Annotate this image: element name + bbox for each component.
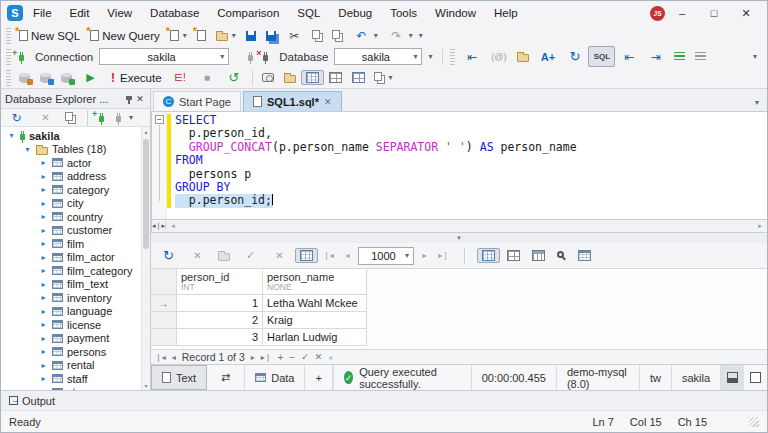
row-indicator[interactable]	[151, 329, 177, 346]
code-line-4[interactable]: FROM	[175, 154, 577, 167]
chevron-expanded-icon[interactable]: ▾	[7, 131, 16, 140]
new-sql-button[interactable]: New SQL	[14, 28, 85, 44]
toolbar-overflow-icon[interactable]: ▾	[419, 31, 423, 40]
stop-button[interactable]: ■	[194, 67, 221, 88]
code-line-6[interactable]: GROUP BY	[175, 181, 577, 194]
refresh-database-button[interactable]	[35, 71, 56, 85]
layout-button[interactable]	[324, 70, 347, 85]
maximize-button[interactable]: □	[699, 4, 729, 22]
toolbar-grip[interactable]	[6, 49, 11, 65]
scroll-left-icon[interactable]: ◂	[166, 222, 180, 230]
results-grid-mode-button[interactable]	[301, 70, 324, 85]
chevron-collapsed-icon[interactable]: ▸	[39, 226, 48, 235]
sql-editor[interactable]: − SELECT p.person_id, GROUP_CONCAT(p.per…	[151, 111, 767, 220]
chevron-collapsed-icon[interactable]: ▸	[39, 361, 48, 370]
chevron-expanded-icon[interactable]: ▾	[23, 145, 32, 154]
new-connection-button[interactable]: +	[14, 51, 29, 63]
delete-object-button[interactable]: ✕	[32, 107, 59, 128]
chevron-collapsed-icon[interactable]: ▸	[39, 185, 48, 194]
code-line-2[interactable]: p.person_id,	[175, 127, 577, 140]
redo-button[interactable]: ↷ ▾	[383, 25, 418, 46]
row-selector-header[interactable]	[151, 269, 177, 295]
save-all-button[interactable]	[261, 29, 281, 43]
card-view-button[interactable]	[502, 248, 525, 263]
split-handle-icon[interactable]: ◂❘▸	[152, 222, 166, 230]
toolbar-grip[interactable]	[6, 28, 11, 44]
toolbar-grip[interactable]	[6, 70, 11, 86]
refresh-explorer-button[interactable]: ↻	[3, 107, 30, 128]
document-options-button[interactable]: ▾	[370, 71, 398, 84]
column-header-person-id[interactable]: person_id INT	[177, 269, 263, 295]
swap-view-button[interactable]: ⇄	[207, 365, 245, 390]
code-line-5[interactable]: persons p	[175, 168, 577, 181]
tree-item-table-film[interactable]: ▸film	[1, 237, 141, 251]
tree-item-table-country[interactable]: ▸country	[1, 210, 141, 224]
chevron-collapsed-icon[interactable]: ▸	[39, 239, 48, 248]
tree-item-table-address[interactable]: ▸address	[1, 170, 141, 184]
reject-changes-button[interactable]: ✕	[266, 245, 293, 266]
sidebar-scrollbar[interactable]: ▴ ▾	[141, 127, 150, 390]
scrollbar-thumb[interactable]	[143, 139, 149, 249]
cell-person-id[interactable]: 3	[177, 329, 263, 346]
open-file-button[interactable]: ▾	[211, 28, 241, 43]
cell-person-name[interactable]: Kraig	[263, 312, 367, 329]
chevron-collapsed-icon[interactable]: ▸	[39, 280, 48, 289]
word-case-button[interactable]: A+	[534, 46, 561, 67]
run-button[interactable]: ▶	[77, 67, 104, 88]
new-file-button[interactable]	[192, 28, 211, 43]
tab-list-dropdown-icon[interactable]: ▾	[755, 98, 767, 111]
tree-item-table-customer[interactable]: ▸customer	[1, 224, 141, 238]
decrease-indent-button[interactable]: ⇤	[615, 46, 642, 67]
chevron-collapsed-icon[interactable]: ▸	[39, 199, 48, 208]
fold-collapse-icon[interactable]: −	[155, 115, 164, 124]
explorer-overflow-icon[interactable]: ▾	[129, 113, 133, 122]
chevron-collapsed-icon[interactable]: ▸	[39, 172, 48, 181]
cell-person-name[interactable]: Harlan Ludwig	[263, 329, 367, 346]
first-record-icon[interactable]: ❘◂	[155, 353, 166, 362]
close-button[interactable]: ✕	[731, 4, 761, 23]
column-visibility-button[interactable]	[527, 248, 550, 263]
tree-item-table-category[interactable]: ▸category	[1, 183, 141, 197]
menu-debug[interactable]: Debug	[330, 4, 380, 22]
close-tab-icon[interactable]: ✕	[324, 97, 332, 107]
tree-item-table-rental[interactable]: ▸rental	[1, 359, 141, 373]
new-query-button[interactable]: New Query	[85, 28, 165, 44]
output-panel-bar[interactable]: Output	[1, 390, 767, 410]
new-connection-button[interactable]: +	[94, 112, 109, 124]
find-in-grid-button[interactable]	[552, 251, 571, 260]
chevron-collapsed-icon[interactable]: ▸	[39, 158, 48, 167]
first-page-icon[interactable]: ❘◂	[320, 247, 337, 264]
cancel-edit-button[interactable]: ✕	[184, 245, 211, 266]
bookmark-button[interactable]	[512, 49, 534, 64]
chevron-down-icon[interactable]: ▾	[232, 31, 236, 40]
scroll-right-icon[interactable]: ▸	[753, 222, 767, 230]
code-line-7-active[interactable]: p.person_id;	[175, 194, 577, 207]
database-select[interactable]: sakila ▾	[334, 48, 422, 65]
chevron-collapsed-icon[interactable]: ▸	[39, 334, 48, 343]
chevron-down-icon[interactable]: ▾	[183, 31, 187, 40]
menu-tools[interactable]: Tools	[382, 4, 425, 22]
scroll-up-icon[interactable]: ▴	[142, 128, 150, 135]
execute-button[interactable]: ! Execute	[104, 67, 167, 88]
delete-record-icon[interactable]: −	[289, 352, 295, 363]
grid-view-button[interactable]	[477, 248, 500, 263]
tree-item-table-license[interactable]: ▸license	[1, 318, 141, 332]
code-line-3[interactable]: GROUP_CONCAT(p.person_name SEPARATOR ' '…	[175, 141, 577, 154]
chevron-collapsed-icon[interactable]: ▸	[39, 347, 48, 356]
refresh-results-button[interactable]: ↻	[155, 245, 182, 266]
refresh-code-completion-button[interactable]: ↻	[561, 46, 588, 67]
cell-person-id[interactable]: 1	[177, 295, 263, 312]
layout-horizontal-button[interactable]	[721, 365, 744, 390]
chevron-collapsed-icon[interactable]: ▸	[39, 374, 48, 383]
next-record-icon[interactable]: ▸	[251, 353, 255, 362]
minimize-button[interactable]: –	[667, 4, 697, 22]
row-indicator[interactable]	[151, 312, 177, 329]
resize-grip[interactable]	[749, 417, 759, 427]
layout-single-button[interactable]	[744, 365, 767, 390]
manage-connection-button[interactable]	[14, 71, 35, 85]
save-button[interactable]	[241, 29, 261, 43]
connect-button[interactable]	[111, 112, 126, 124]
pin-icon[interactable]	[128, 96, 130, 104]
editor-horizontal-scrollbar[interactable]: ◂❘▸ ◂ ▸	[151, 220, 767, 233]
chevron-collapsed-icon[interactable]: ▸	[39, 212, 48, 221]
